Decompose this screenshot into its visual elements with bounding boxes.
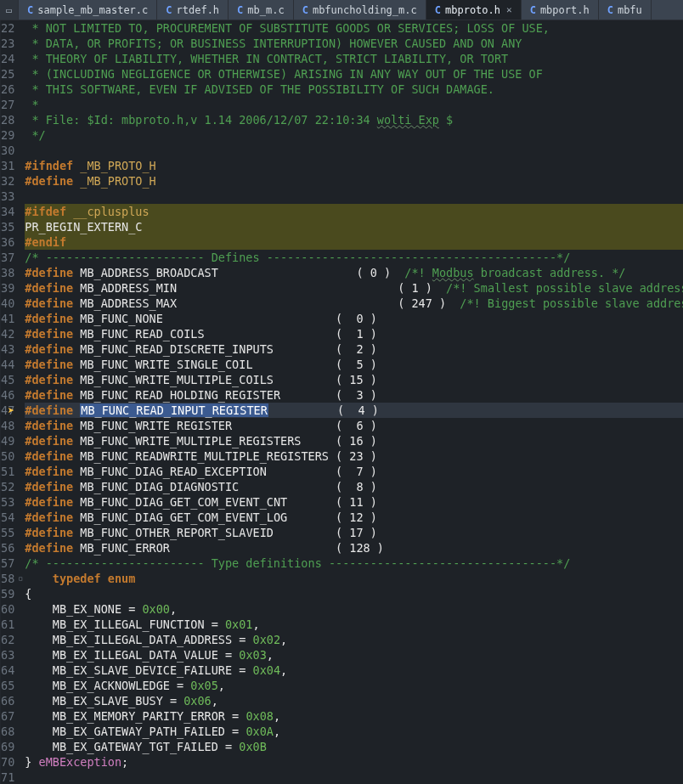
code-line[interactable]: #ifdef __cplusplus (25, 204, 683, 219)
code-line[interactable]: MB_EX_ILLEGAL_FUNCTION = 0x01, (25, 617, 683, 632)
line-number[interactable]: 60 (1, 601, 14, 617)
line-number[interactable]: 58 (1, 571, 14, 586)
line-number[interactable]: 24 (1, 51, 14, 66)
code-line[interactable]: MB_EX_SLAVE_BUSY = 0x06, (25, 693, 683, 708)
line-number[interactable]: 50 (1, 448, 14, 464)
line-number[interactable]: 45 (1, 372, 14, 387)
code-line[interactable]: * NOT LIMITED TO, PROCUREMENT OF SUBSTIT… (25, 20, 683, 36)
code-line[interactable]: #define MB_FUNC_WRITE_MULTIPLE_COILS ( 1… (25, 372, 683, 387)
line-number[interactable]: 28 (1, 112, 14, 127)
line-number[interactable]: 42 (1, 326, 14, 341)
line-number[interactable]: 63 (1, 647, 14, 663)
line-number[interactable]: 54 (1, 510, 14, 525)
code-line[interactable]: */ (25, 127, 683, 143)
line-number[interactable]: 67 (1, 708, 14, 724)
line-number[interactable]: 38 (1, 265, 14, 280)
code-line[interactable]: MB_EX_NONE = 0x00, (25, 601, 683, 617)
line-number[interactable]: 29 (1, 127, 14, 143)
code-line[interactable]: #define MB_FUNC_WRITE_MULTIPLE_REGISTERS… (25, 433, 683, 448)
code-line[interactable]: } eMBException; (25, 754, 683, 770)
line-number[interactable]: 69 (1, 739, 14, 754)
line-number[interactable]: 46 (1, 387, 14, 403)
line-number[interactable]: 53 (1, 494, 14, 510)
code-view[interactable]: * NOT LIMITED TO, PROCUREMENT OF SUBSTIT… (21, 20, 683, 784)
line-number[interactable]: 36 (1, 234, 14, 250)
code-line[interactable]: * DATA, OR PROFITS; OR BUSINESS INTERRUP… (25, 36, 683, 51)
code-line[interactable]: MB_EX_ILLEGAL_DATA_ADDRESS = 0x02, (25, 632, 683, 647)
code-line[interactable]: #define MB_FUNC_NONE ( 0 ) (25, 311, 683, 326)
line-number[interactable]: 47 (1, 403, 14, 418)
line-number[interactable]: 64 (1, 663, 14, 678)
line-number[interactable]: 71 (1, 770, 14, 784)
line-number[interactable]: 61 (1, 617, 14, 632)
code-line[interactable]: MB_EX_MEMORY_PARITY_ERROR = 0x08, (25, 708, 683, 724)
code-line[interactable]: MB_EX_ACKNOWLEDGE = 0x05, (25, 678, 683, 693)
code-line[interactable]: * (INCLUDING NEGLIGENCE OR OTHERWISE) AR… (25, 66, 683, 82)
line-number[interactable]: 37 (1, 250, 14, 265)
code-line[interactable]: #define MB_ADDRESS_MIN ( 1 ) /*! Smalles… (25, 280, 683, 296)
code-line[interactable]: #ifndef _MB_PROTO_H (25, 158, 683, 173)
line-number[interactable]: 22 (1, 20, 14, 36)
code-line[interactable]: #define MB_FUNC_OTHER_REPORT_SLAVEID ( 1… (25, 525, 683, 540)
code-line[interactable]: /* ----------------------- Defines -----… (25, 250, 683, 265)
line-number[interactable]: 39 (1, 280, 14, 296)
line-number[interactable]: 65 (1, 678, 14, 693)
code-line[interactable]: { (25, 586, 683, 601)
line-number[interactable]: 55 (1, 525, 14, 540)
line-number[interactable]: 35 (1, 219, 14, 234)
restore-editor-icon[interactable]: ▭ (0, 0, 19, 20)
line-number[interactable]: 40 (1, 296, 14, 311)
line-number[interactable]: 51 (1, 464, 14, 479)
line-number[interactable]: 41 (1, 311, 14, 326)
line-number[interactable]: 27 (1, 97, 14, 112)
code-line[interactable]: #define MB_FUNC_WRITE_SINGLE_COIL ( 5 ) (25, 357, 683, 372)
code-line[interactable] (25, 770, 683, 784)
code-line[interactable]: * (25, 97, 683, 112)
code-line[interactable] (25, 189, 683, 204)
tab-mbport-h[interactable]: Cmbport.h (522, 0, 599, 20)
code-line[interactable]: #define MB_FUNC_DIAG_GET_COM_EVENT_CNT (… (25, 494, 683, 510)
tab-mbfuncholding-m-c[interactable]: Cmbfuncholding_m.c (294, 0, 426, 20)
line-number[interactable]: 25 (1, 66, 14, 82)
line-number-gutter[interactable]: 2223242526272829303132333435363738394041… (1, 20, 21, 784)
code-line[interactable]: PR_BEGIN_EXTERN_C (25, 219, 683, 234)
tab-mbfu[interactable]: Cmbfu (599, 0, 652, 20)
line-number[interactable]: 34 (1, 204, 14, 219)
line-number[interactable]: 30 (1, 143, 14, 158)
line-number[interactable]: 70 (1, 754, 14, 770)
code-line[interactable]: #define MB_FUNC_READ_COILS ( 1 ) (25, 326, 683, 341)
line-number[interactable]: 33 (1, 189, 14, 204)
line-number[interactable]: 56 (1, 540, 14, 556)
line-number[interactable]: 59 (1, 586, 14, 601)
code-line[interactable]: * THEORY OF LIABILITY, WHETHER IN CONTRA… (25, 51, 683, 66)
code-line[interactable]: MB_EX_ILLEGAL_DATA_VALUE = 0x03, (25, 647, 683, 663)
line-number[interactable]: 23 (1, 36, 14, 51)
code-line[interactable]: #define MB_FUNC_WRITE_REGISTER ( 6 ) (25, 418, 683, 433)
tab-mbproto-h[interactable]: Cmbproto.h✕ (426, 0, 522, 20)
line-number[interactable]: 66 (1, 693, 14, 708)
code-line[interactable]: #define MB_ADDRESS_MAX ( 247 ) /*! Bigge… (25, 296, 683, 311)
line-number[interactable]: 49 (1, 433, 14, 448)
line-number[interactable]: 43 (1, 341, 14, 357)
code-line[interactable]: #define MB_FUNC_DIAG_DIAGNOSTIC ( 8 ) (25, 479, 683, 494)
code-line[interactable]: #define MB_FUNC_DIAG_GET_COM_EVENT_LOG (… (25, 510, 683, 525)
line-number[interactable]: 32 (1, 173, 14, 189)
code-line[interactable]: /* ----------------------- Type definiti… (25, 556, 683, 571)
code-line[interactable]: typedef enum (25, 571, 683, 586)
code-line[interactable]: * THIS SOFTWARE, EVEN IF ADVISED OF THE … (25, 82, 683, 97)
tab-rtdef-h[interactable]: Crtdef.h (157, 0, 229, 20)
line-number[interactable]: 48 (1, 418, 14, 433)
line-number[interactable]: 26 (1, 82, 14, 97)
code-line[interactable]: MB_EX_SLAVE_DEVICE_FAILURE = 0x04, (25, 663, 683, 678)
code-line[interactable]: MB_EX_GATEWAY_PATH_FAILED = 0x0A, (25, 724, 683, 739)
line-number[interactable]: 68 (1, 724, 14, 739)
tab-mb-m-c[interactable]: Cmb_m.c (229, 0, 294, 20)
code-line[interactable]: MB_EX_GATEWAY_TGT_FAILED = 0x0B (25, 739, 683, 754)
code-line[interactable]: #define MB_FUNC_READ_DISCRETE_INPUTS ( 2… (25, 341, 683, 357)
code-line[interactable]: * File: $Id: mbproto.h,v 1.14 2006/12/07… (25, 112, 683, 127)
code-line[interactable] (25, 143, 683, 158)
code-line[interactable]: #define MB_FUNC_READ_INPUT_REGISTER ( 4 … (25, 403, 683, 418)
line-number[interactable]: 31 (1, 158, 14, 173)
tab-sample-mb-master-c[interactable]: Csample_mb_master.c (19, 0, 157, 20)
line-number[interactable]: 44 (1, 357, 14, 372)
